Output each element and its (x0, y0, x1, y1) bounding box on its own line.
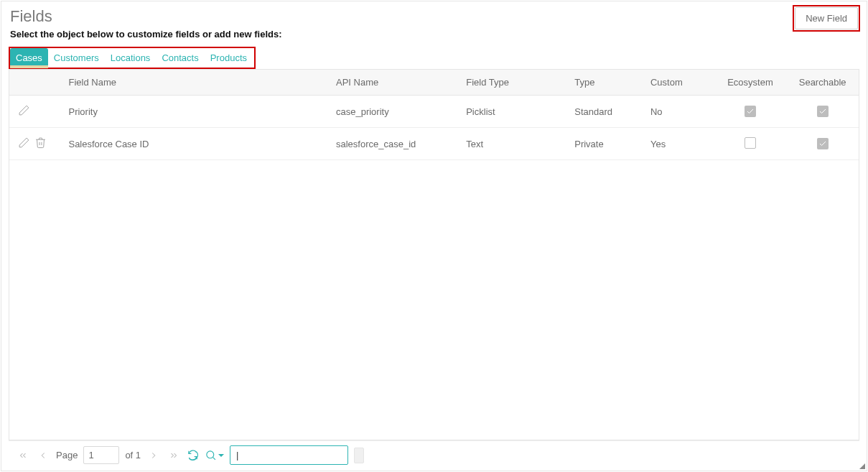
cell-type: Private (566, 128, 642, 160)
col-api-name[interactable]: API Name (327, 70, 457, 96)
search-dropdown-icon[interactable] (205, 449, 224, 461)
refresh-icon[interactable] (187, 449, 199, 461)
tab-products[interactable]: Products (205, 48, 253, 68)
cell-field-name: Priority (60, 96, 327, 128)
cell-field-name: Salesforce Case ID (60, 128, 327, 160)
page-total-label: of 1 (125, 450, 141, 461)
col-field-type[interactable]: Field Type (457, 70, 566, 96)
page-number-input[interactable] (83, 446, 119, 464)
last-page-icon[interactable] (167, 448, 181, 463)
cell-ecosystem (714, 96, 787, 128)
search-go-button[interactable] (354, 448, 364, 463)
prev-page-icon[interactable] (36, 448, 50, 463)
new-field-highlight: New Field (794, 6, 859, 30)
next-page-icon[interactable] (146, 448, 161, 463)
col-type[interactable]: Type (566, 70, 642, 96)
new-field-button[interactable]: New Field (795, 7, 858, 29)
col-custom[interactable]: Custom (642, 70, 714, 96)
tab-cases[interactable]: Cases (10, 48, 48, 68)
ecosystem-checkbox[interactable] (745, 137, 756, 149)
cell-custom: Yes (642, 128, 714, 160)
page-label: Page (56, 450, 78, 461)
col-searchable[interactable]: Searchable (786, 70, 859, 96)
edit-icon[interactable] (18, 104, 30, 116)
chevron-down-icon (218, 454, 224, 457)
cell-searchable (786, 128, 859, 160)
search-input[interactable] (230, 445, 348, 465)
page-subtitle: Select the object below to customize fie… (10, 29, 282, 40)
cell-field-type: Text (457, 128, 566, 160)
col-ecosystem[interactable]: Ecosystem (714, 70, 787, 96)
cell-api-name: salesforce_case_id (327, 128, 457, 160)
first-page-icon[interactable] (16, 448, 30, 463)
searchable-checkbox[interactable] (817, 138, 829, 149)
cell-api-name: case_priority (327, 96, 457, 128)
cell-type: Standard (566, 96, 642, 128)
ecosystem-checkbox[interactable] (745, 106, 756, 117)
fields-grid: Field Name API Name Field Type Type Cust… (9, 69, 859, 440)
searchable-checkbox[interactable] (817, 106, 829, 117)
resize-handle-icon[interactable] (859, 463, 865, 469)
tabs-highlight: CasesCustomersLocationsContactsProducts (9, 47, 256, 69)
svg-line-1 (213, 458, 215, 460)
tab-customers[interactable]: Customers (48, 48, 105, 68)
svg-point-0 (207, 451, 214, 458)
cell-searchable (786, 96, 859, 128)
cell-field-type: Picklist (457, 96, 566, 128)
edit-icon[interactable] (18, 136, 30, 149)
table-row: Prioritycase_priorityPicklistStandardNo (9, 96, 859, 128)
cell-ecosystem (714, 128, 787, 160)
table-row: Salesforce Case IDsalesforce_case_idText… (9, 128, 859, 160)
col-field-name[interactable]: Field Name (60, 70, 327, 96)
tab-contacts[interactable]: Contacts (156, 48, 204, 68)
header-row: Field Name API Name Field Type Type Cust… (9, 70, 859, 96)
tab-locations[interactable]: Locations (105, 48, 157, 68)
cell-custom: No (642, 96, 714, 128)
delete-icon[interactable] (34, 136, 47, 149)
pagination-bar: Page of 1 (9, 440, 859, 469)
page-title: Fields (10, 7, 282, 26)
